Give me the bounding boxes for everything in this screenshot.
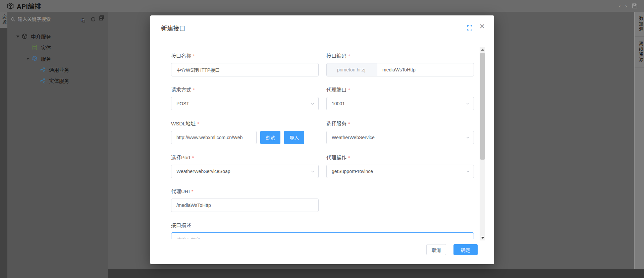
left-tab-strip: 资源 <box>0 12 7 278</box>
cube-icon <box>21 33 28 40</box>
chevron-down-icon <box>310 101 315 106</box>
chevron-down-icon <box>466 135 470 140</box>
tree-item-general-business[interactable]: 通用业务 <box>7 64 108 75</box>
tree-item-label: 服务 <box>41 55 51 62</box>
required-marker: * <box>193 87 195 93</box>
field-label: 选择服务 <box>326 121 346 126</box>
sidebar-search-row: In <box>7 13 108 25</box>
tree-item-mediation-service[interactable]: 中介服务 <box>7 31 108 42</box>
scroll-up-icon[interactable] <box>480 47 485 52</box>
scrollbar-thumb[interactable] <box>480 53 485 160</box>
chevron-down-icon <box>310 169 315 174</box>
gear-icon <box>32 55 38 62</box>
field-proxy-uri: 代理URI* <box>171 187 319 212</box>
field-label: WSDL地址 <box>171 121 196 126</box>
database-icon <box>32 44 38 51</box>
app-logo-cube-icon <box>7 2 14 10</box>
grid-spacer <box>326 187 474 212</box>
field-api-name: 接口名称* <box>171 52 319 76</box>
tab-offline-resource[interactable]: 离线资源 <box>635 37 644 67</box>
resource-sidebar: In 中介服务 <box>7 12 108 278</box>
import-button[interactable]: 导入 <box>284 131 304 144</box>
tree-item-entity[interactable]: 实体 <box>7 42 108 53</box>
dialog-title: 新建接口 <box>161 23 185 32</box>
top-bar: API编排 ‹ › <box>0 0 644 12</box>
field-proxy-port: 代理端口* <box>326 86 474 110</box>
search-input[interactable] <box>18 16 82 22</box>
tab-resources[interactable]: 资源 <box>0 12 7 28</box>
fullscreen-icon[interactable] <box>467 25 473 31</box>
required-marker: * <box>197 121 199 126</box>
tree-item-label: 实体 <box>41 44 51 51</box>
caret-down-icon[interactable] <box>26 58 32 60</box>
required-marker: * <box>348 53 350 59</box>
chevron-down-icon <box>466 169 470 174</box>
back-icon[interactable]: ‹ <box>619 3 621 8</box>
save-icon[interactable] <box>632 3 638 9</box>
required-marker: * <box>348 155 350 160</box>
required-marker: * <box>348 121 350 126</box>
api-description-textarea[interactable] <box>171 232 474 239</box>
field-label: 代理URI <box>171 188 190 194</box>
field-select-port: 选择Port* <box>171 154 319 178</box>
search-icon <box>10 17 15 22</box>
api-name-input[interactable] <box>171 63 319 76</box>
tree-item-label: 中介服务 <box>31 33 51 40</box>
collapse-all-icon[interactable] <box>99 16 105 22</box>
cancel-button[interactable]: 取消 <box>426 244 446 255</box>
field-label: 接口编码 <box>326 53 346 59</box>
field-label: 请求方式 <box>171 87 191 93</box>
page-title: API编排 <box>17 1 41 10</box>
required-marker: * <box>348 87 350 93</box>
proxy-uri-input[interactable] <box>171 199 319 212</box>
required-marker: * <box>192 188 194 194</box>
field-api-description: 接口描述 <box>171 221 474 239</box>
wsdl-address-input[interactable] <box>171 131 257 144</box>
field-wsdl-address: WSDL地址* 浏览 导入 <box>171 120 319 144</box>
bottom-panel-edge <box>108 269 644 278</box>
required-marker: * <box>193 53 195 59</box>
dialog-footer: 取消 确定 <box>426 244 478 255</box>
tree-item-entity-service[interactable]: 实体服务 <box>7 75 108 86</box>
right-tab-strip: 数据源 离线资源 <box>634 12 644 269</box>
field-label: 接口描述 <box>171 222 191 228</box>
forward-icon[interactable]: › <box>625 3 627 8</box>
field-label: 接口名称 <box>171 53 191 59</box>
branch-icon <box>40 77 46 84</box>
refresh-icon[interactable] <box>90 16 96 22</box>
tree-item-service[interactable]: 服务 <box>7 53 108 64</box>
chevron-down-icon <box>466 101 470 106</box>
required-marker: * <box>192 155 194 160</box>
branch-icon <box>40 66 46 73</box>
dialog-body: 接口名称* 接口编码* primeton.hr.zj. 请求方式* <box>150 39 494 239</box>
tab-data-source[interactable]: 数据源 <box>635 12 644 37</box>
select-service-select[interactable] <box>326 131 474 144</box>
dialog-scrollbar[interactable] <box>480 47 485 240</box>
tree-item-label: 通用业务 <box>49 66 69 73</box>
request-method-select[interactable] <box>171 97 319 110</box>
proxy-operation-select[interactable] <box>326 165 474 178</box>
field-select-service: 选择服务* <box>326 120 474 144</box>
field-request-method: 请求方式* <box>171 86 319 110</box>
field-proxy-operation: 代理操作* <box>326 154 474 178</box>
locate-icon[interactable]: In <box>82 16 87 22</box>
proxy-port-select[interactable] <box>326 97 474 110</box>
caret-down-icon[interactable] <box>16 36 21 38</box>
select-port-select[interactable] <box>171 165 319 178</box>
close-icon[interactable]: ✕ <box>479 23 485 30</box>
app-screen: API编排 ‹ › 资源 In <box>0 0 644 278</box>
scroll-down-icon[interactable] <box>480 235 485 240</box>
api-code-input[interactable] <box>377 63 474 76</box>
confirm-button[interactable]: 确定 <box>453 244 478 255</box>
field-api-code: 接口编码* primeton.hr.zj. <box>326 52 474 76</box>
new-api-dialog: 新建接口 ✕ 接口名称* 接口编码* primeton.hr.zj. <box>150 15 494 264</box>
field-label: 代理端口 <box>326 87 346 93</box>
field-label: 代理操作 <box>326 155 346 160</box>
tree-item-label: 实体服务 <box>49 77 69 84</box>
api-code-prefix: primeton.hr.zj. <box>326 63 377 76</box>
resource-tree: 中介服务 实体 <box>7 31 108 86</box>
browse-button[interactable]: 浏览 <box>260 131 280 144</box>
field-label: 选择Port <box>171 155 191 160</box>
